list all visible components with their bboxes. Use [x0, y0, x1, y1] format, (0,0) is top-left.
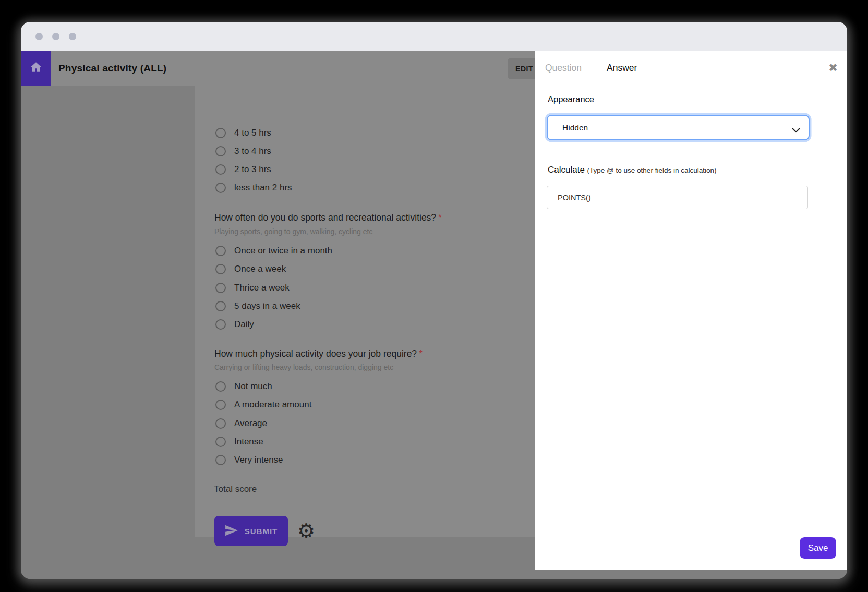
calculate-label-text: Calculate	[548, 165, 585, 175]
radio-button[interactable]	[215, 400, 226, 410]
total-score-label: Total score	[214, 484, 257, 494]
submit-button-label: SUBMIT	[245, 527, 278, 536]
radio-option-label: Daily	[234, 319, 254, 330]
question-settings-panel: Question Answer ✖ Appearance Hidden Calc…	[535, 51, 847, 570]
radio-option-row: 5 days in a week	[215, 300, 300, 312]
required-asterisk: *	[438, 212, 442, 223]
required-asterisk: *	[419, 348, 423, 359]
radio-option-label: Average	[234, 418, 267, 429]
radio-option-label: 4 to 5 hrs	[234, 128, 271, 138]
question3-hint: Carrying or lifting heavy loads, constru…	[214, 363, 393, 371]
panel-footer-divider	[535, 526, 847, 526]
radio-option-label: Once or twice in a month	[234, 246, 332, 256]
appearance-label: Appearance	[548, 94, 594, 104]
tab-question[interactable]: Question	[545, 63, 582, 74]
save-button[interactable]: Save	[800, 537, 836, 559]
radio-option-label: Intense	[234, 437, 263, 447]
radio-option-row: Once or twice in a month	[215, 245, 332, 257]
radio-option-row: Not much	[215, 380, 272, 393]
close-icon[interactable]: ✖	[825, 59, 841, 76]
send-icon	[225, 525, 238, 538]
radio-button[interactable]	[215, 164, 226, 175]
form-card: 4 to 5 hrs3 to 4 hrs2 to 3 hrsless than …	[195, 86, 535, 537]
question2-title-text: How often do you do sports and recreatio…	[214, 212, 436, 223]
radio-option-row: Average	[215, 417, 267, 430]
window-titlebar	[21, 22, 847, 51]
browser-window: Physical activity (ALL) EDIT 4 to 5 hrs3…	[21, 22, 847, 579]
radio-button[interactable]	[215, 183, 226, 193]
settings-gear-icon[interactable]: ⚙	[294, 518, 319, 543]
app-content: Physical activity (ALL) EDIT 4 to 5 hrs3…	[21, 51, 847, 579]
radio-option-row: 2 to 3 hrs	[215, 163, 271, 176]
radio-option-label: less than 2 hrs	[234, 183, 292, 193]
radio-option-row: A moderate amount	[215, 398, 311, 411]
radio-button[interactable]	[215, 283, 226, 293]
calculate-hint: (Type @ to use other fields in calculati…	[587, 166, 717, 174]
question3-title: How much physical activity does your job…	[214, 348, 423, 359]
radio-option-label: Not much	[234, 381, 272, 392]
radio-button[interactable]	[215, 246, 226, 256]
radio-option-label: Thrice a week	[234, 283, 290, 293]
appearance-select[interactable]: Hidden	[547, 115, 810, 140]
radio-option-row: 3 to 4 hrs	[215, 145, 271, 158]
window-control-dot[interactable]	[69, 33, 76, 40]
radio-button[interactable]	[215, 455, 226, 465]
radio-button[interactable]	[215, 128, 226, 138]
question3-title-text: How much physical activity does your job…	[214, 348, 417, 359]
home-button[interactable]	[21, 51, 51, 86]
radio-option-row: Once a week	[215, 263, 286, 275]
radio-button[interactable]	[215, 264, 226, 274]
question2-title: How often do you do sports and recreatio…	[214, 212, 442, 223]
radio-button[interactable]	[215, 418, 226, 429]
window-control-dot[interactable]	[35, 33, 43, 40]
tab-answer[interactable]: Answer	[607, 63, 637, 74]
radio-option-label: 3 to 4 hrs	[234, 146, 271, 156]
appearance-select-value: Hidden	[562, 123, 588, 132]
radio-option-row: Very intense	[215, 454, 283, 466]
radio-option-label: A moderate amount	[234, 400, 311, 410]
page-title: Physical activity (ALL)	[58, 51, 166, 86]
calculate-label: Calculate (Type @ to use other fields in…	[548, 165, 716, 175]
radio-option-row: Daily	[215, 318, 254, 331]
submit-button[interactable]: SUBMIT	[214, 516, 288, 546]
radio-option-label: 2 to 3 hrs	[234, 164, 271, 175]
radio-button[interactable]	[215, 319, 226, 330]
radio-button[interactable]	[215, 146, 226, 156]
radio-button[interactable]	[215, 437, 226, 447]
home-icon	[29, 61, 43, 76]
radio-option-row: less than 2 hrs	[215, 182, 292, 194]
radio-option-row: Thrice a week	[215, 282, 290, 294]
radio-option-row: 4 to 5 hrs	[215, 127, 271, 139]
radio-option-label: Very intense	[234, 455, 283, 465]
radio-option-label: Once a week	[234, 264, 286, 274]
radio-option-row: Intense	[215, 436, 263, 448]
radio-button[interactable]	[215, 381, 226, 392]
calculate-input[interactable]	[547, 186, 808, 209]
chevron-down-icon	[792, 126, 800, 135]
question2-hint: Playing sports, going to gym, walking, c…	[214, 227, 372, 236]
window-control-dot[interactable]	[52, 33, 59, 40]
radio-button[interactable]	[215, 301, 226, 311]
radio-option-label: 5 days in a week	[234, 301, 300, 311]
